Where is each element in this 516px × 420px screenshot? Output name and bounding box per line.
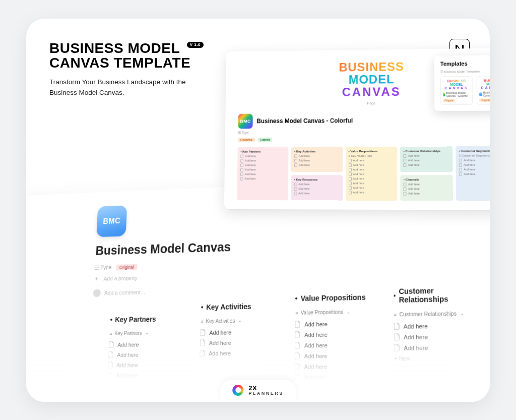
list-item[interactable]: Add here (295, 341, 380, 348)
page-title[interactable]: Business Model Canvas (95, 228, 490, 258)
hero-title: BUSINESS MODEL V 1.0 CANVAS TEMPLATE (49, 40, 204, 71)
hero-subtitle: Transform Your Business Landscape with t… (49, 77, 211, 98)
brand-pill: 2X PLANNERS (220, 380, 296, 402)
column-subhead[interactable]: Key Activities (201, 317, 282, 324)
list-item[interactable]: Add here (394, 343, 483, 351)
preview-cell[interactable]: • Key ActivitiesAdd hereAdd hereAdd here (291, 146, 343, 171)
avatar (93, 289, 101, 297)
list-item[interactable]: Add here (295, 320, 380, 328)
tag-latest[interactable]: Latest (258, 137, 273, 142)
list-item[interactable]: Add here (200, 338, 282, 346)
list-item[interactable]: Add here (295, 363, 380, 370)
list-item[interactable]: Add here (200, 349, 282, 356)
preview-cell[interactable]: • Value Propositions≡ Key Value HereAdd … (345, 146, 397, 200)
list-item[interactable]: Add here (394, 322, 483, 330)
list-item[interactable]: Add here (108, 351, 187, 358)
column-key-partners: Key PartnersKey PartnersAdd hereAdd here… (107, 314, 188, 389)
column-subhead[interactable]: Customer Relationships (394, 310, 482, 317)
column-title[interactable]: Key Partners (110, 314, 188, 323)
template-name: Business Model Canvas (479, 91, 490, 97)
type-label: ☰ Type (94, 264, 111, 271)
template-card[interactable]: BUSINESSMODELCANVASBusiness Model Canvas… (477, 76, 490, 105)
preview-page-icon[interactable]: BMC (238, 113, 253, 129)
brand-logo-icon (232, 385, 243, 396)
template-tag: Original (443, 99, 455, 102)
column-subhead[interactable]: Key Partners (109, 330, 187, 336)
new-row-button[interactable]: + New (394, 355, 483, 362)
list-item[interactable]: Add here (107, 382, 186, 389)
list-item[interactable]: Add here (108, 361, 187, 368)
list-item[interactable]: Add here (295, 352, 380, 359)
preview-page-title[interactable]: Business Model Canvas - Colorful (256, 116, 353, 124)
hero-title-line1: BUSINESS MODEL (49, 40, 180, 56)
brand-line2: PLANNERS (248, 391, 284, 396)
column-key-activities: Key ActivitiesKey ActivitiesAdd hereAdd … (200, 302, 282, 356)
templates-heading: Templates (440, 59, 490, 67)
hero: BUSINESS MODEL V 1.0 CANVAS TEMPLATE Tra… (49, 41, 211, 99)
version-badge: V 1.0 (187, 42, 204, 48)
template-card[interactable]: BUSINESSMODELCANVASBusiness Model Canvas… (440, 76, 473, 104)
column-title[interactable]: Key Activities (201, 302, 282, 311)
column-title[interactable]: Value Propositions (295, 292, 380, 303)
column-value-propositions: Value PropositionsValue PropositionsAdd … (295, 292, 380, 380)
type-tag[interactable]: Original (116, 264, 137, 270)
preview-cell[interactable]: • ChannelsAdd hereAdd hereAdd here (401, 174, 454, 200)
list-item[interactable]: Add here (394, 332, 483, 340)
preview-card: BUSINESS MODEL CANVAS Page BMC Business … (224, 47, 490, 210)
preview-cell[interactable]: • Key ResourcesAdd hereAdd hereAdd here (291, 174, 342, 200)
product-card: BUSINESS MODEL V 1.0 CANVAS TEMPLATE Tra… (26, 19, 490, 402)
column-title[interactable]: Customer Relationships (394, 285, 482, 304)
template-name: Business Model Canvas - Colorful (443, 91, 470, 97)
hero-title-line2: CANVAS TEMPLATE (49, 55, 190, 71)
column-subhead[interactable]: Value Propositions (295, 309, 380, 316)
list-item[interactable]: Add here (295, 330, 380, 338)
column-customer-relationships: Customer RelationshipsCustomer Relations… (394, 285, 484, 362)
preview-type-label: ☰ Type (238, 129, 490, 134)
tag-colorful[interactable]: Colorful (238, 137, 255, 142)
list-item[interactable]: Add here (295, 374, 380, 381)
preview-cell[interactable]: • Key PartnersAdd hereAdd hereAdd hereAd… (237, 147, 288, 200)
list-item[interactable]: Add here (107, 372, 186, 378)
list-item[interactable]: Add here (109, 340, 187, 347)
list-item[interactable]: Add here (201, 328, 282, 336)
templates-caption: ☰ Business Model Templates (440, 69, 490, 73)
page-icon[interactable]: BMC (96, 205, 127, 237)
preview-cell[interactable]: • Customer RelationshipsAdd hereAdd here… (401, 146, 453, 172)
template-tag: Original (479, 98, 490, 101)
templates-panel: Templates ☰ Business Model Templates BUS… (434, 54, 490, 111)
preview-cell[interactable]: • Customer Segments≡ Customer SegmentsAd… (456, 146, 490, 200)
